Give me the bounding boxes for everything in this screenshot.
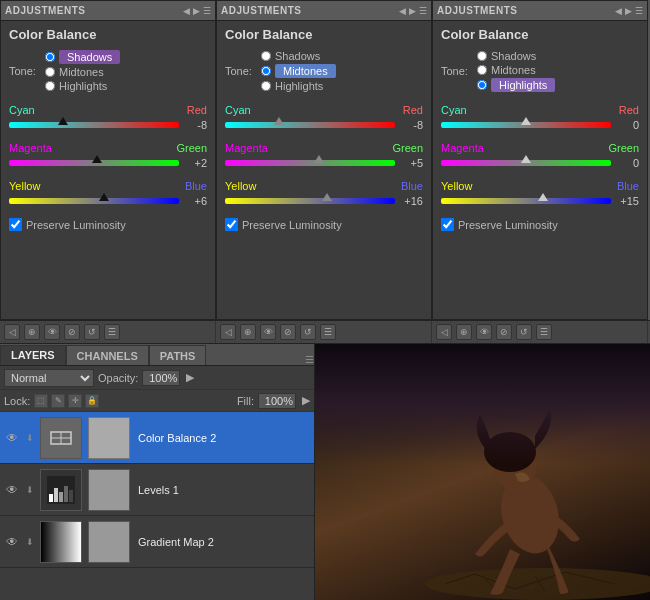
tb-icon-2d[interactable]: ⊘ <box>280 324 296 340</box>
tb-icon-2e[interactable]: ↺ <box>300 324 316 340</box>
layer-row-levels1[interactable]: 👁 ⬇ Levels 1 <box>0 464 314 516</box>
thumb-yb-2[interactable] <box>322 193 332 201</box>
shadows-badge-1: Shadows <box>59 50 120 64</box>
arr-left-3[interactable]: ◀ <box>615 6 622 16</box>
slider-labels-yb-2: Yellow Blue <box>225 180 423 192</box>
lock-all-icon[interactable]: 🔒 <box>85 394 99 408</box>
tone-highlights-3[interactable]: Highlights <box>477 78 555 92</box>
svg-rect-9 <box>69 490 73 502</box>
slider-inner-mg-1[interactable] <box>9 156 179 170</box>
preserve-checkbox-3[interactable] <box>441 218 454 231</box>
lock-px-icon[interactable]: ⬚ <box>34 394 48 408</box>
eye-icon-levels1[interactable]: 👁 <box>4 482 20 498</box>
eye-icon-colorbalance2[interactable]: 👁 <box>4 430 20 446</box>
layer-row-colorbalance2[interactable]: 👁 ⬇ Color Balance 2 <box>0 412 314 464</box>
value-mg-2: +5 <box>399 157 423 169</box>
slider-cyan-red-2: Cyan Red -8 <box>225 104 423 132</box>
slider-inner-yb-3[interactable] <box>441 194 611 208</box>
slider-inner-yb-1[interactable] <box>9 194 179 208</box>
slider-inner-cr-1[interactable] <box>9 118 179 132</box>
thumb-levels1 <box>40 469 82 511</box>
svg-rect-7 <box>59 492 63 502</box>
green-label-1: Green <box>176 142 207 154</box>
midtones-label-3: Midtones <box>491 64 536 76</box>
lock-draw-icon[interactable]: ✎ <box>51 394 65 408</box>
fill-input[interactable] <box>258 393 296 409</box>
thumb-cr-1[interactable] <box>58 117 68 125</box>
tb-icon-1b[interactable]: ⊕ <box>24 324 40 340</box>
panel-menu-icon[interactable]: ☰ <box>305 354 314 365</box>
thumb-yb-1[interactable] <box>99 193 109 201</box>
tb-icon-1f[interactable]: ☰ <box>104 324 120 340</box>
opacity-input[interactable] <box>142 370 180 386</box>
magenta-label-2: Magenta <box>225 142 268 154</box>
thumb-cr-3[interactable] <box>521 117 531 125</box>
thumb-mg-1[interactable] <box>92 155 102 163</box>
tone-shadows-2[interactable]: Shadows <box>261 50 336 62</box>
tone-highlights-1[interactable]: Highlights <box>45 80 120 92</box>
fill-label: Fill: <box>237 395 254 407</box>
tb-icon-1d[interactable]: ⊘ <box>64 324 80 340</box>
slider-inner-cr-2[interactable] <box>225 118 395 132</box>
fill-arrow[interactable]: ▶ <box>302 394 310 407</box>
opacity-arrow[interactable]: ▶ <box>186 371 194 384</box>
tb-icon-1a[interactable]: ◁ <box>4 324 20 340</box>
slider-labels-cr-3: Cyan Red <box>441 104 639 116</box>
adjustment-panels-row: ADJUSTMENTS ◀ ▶ ☰ Color Balance Tone: Sh… <box>0 0 650 320</box>
tone-midtones-3[interactable]: Midtones <box>477 64 555 76</box>
tb-icon-2f[interactable]: ☰ <box>320 324 336 340</box>
tb-icon-3f[interactable]: ☰ <box>536 324 552 340</box>
tone-midtones-2[interactable]: Midtones <box>261 64 336 78</box>
tb-icon-3c[interactable]: 👁 <box>476 324 492 340</box>
tb-icon-3a[interactable]: ◁ <box>436 324 452 340</box>
tone-midtones-1[interactable]: Midtones <box>45 66 120 78</box>
slider-inner-yb-2[interactable] <box>225 194 395 208</box>
arr-left-2[interactable]: ◀ <box>399 6 406 16</box>
thumb-yb-3[interactable] <box>538 193 548 201</box>
blend-mode-select[interactable]: Normal <box>4 369 94 387</box>
tab-channels[interactable]: CHANNELS <box>66 345 149 365</box>
thumb-mg-2[interactable] <box>314 155 324 163</box>
slider-inner-cr-3[interactable] <box>441 118 611 132</box>
svg-rect-5 <box>49 494 53 502</box>
arr-left-1[interactable]: ◀ <box>183 6 190 16</box>
tb-icon-2b[interactable]: ⊕ <box>240 324 256 340</box>
preserve-row-3: Preserve Luminosity <box>441 218 639 231</box>
lock-icons: ⬚ ✎ ✛ 🔒 <box>34 394 99 408</box>
arr-right-1[interactable]: ▶ <box>193 6 200 16</box>
arr-right-3[interactable]: ▶ <box>625 6 632 16</box>
arr-right-2[interactable]: ▶ <box>409 6 416 16</box>
tb-icon-1c[interactable]: 👁 <box>44 324 60 340</box>
eye-icon-gradientmap2[interactable]: 👁 <box>4 534 20 550</box>
magenta-label-3: Magenta <box>441 142 484 154</box>
tb-icon-2c[interactable]: 👁 <box>260 324 276 340</box>
options-row: Normal Opacity: ▶ <box>0 366 314 390</box>
tb-icon-1e[interactable]: ↺ <box>84 324 100 340</box>
adj-header-title-2: ADJUSTMENTS <box>221 5 302 16</box>
adj-body-1: Color Balance Tone: Shadows Midtones Hig… <box>1 21 215 237</box>
tone-shadows-3[interactable]: Shadows <box>477 50 555 62</box>
tb-icon-3d[interactable]: ⊘ <box>496 324 512 340</box>
slider-yellow-blue-3: Yellow Blue +15 <box>441 180 639 208</box>
menu-icon-2[interactable]: ☰ <box>419 6 427 16</box>
yellow-label-3: Yellow <box>441 180 472 192</box>
toolbar-section-2: ◁ ⊕ 👁 ⊘ ↺ ☰ <box>216 321 432 343</box>
tb-icon-3e[interactable]: ↺ <box>516 324 532 340</box>
layer-row-gradientmap2[interactable]: 👁 ⬇ Gradient Map 2 <box>0 516 314 568</box>
thumb-cr-2[interactable] <box>274 117 284 125</box>
tab-paths[interactable]: PATHS <box>149 345 207 365</box>
tab-layers[interactable]: LAYERS <box>0 345 66 365</box>
tb-icon-2a[interactable]: ◁ <box>220 324 236 340</box>
thumb-mg-3[interactable] <box>521 155 531 163</box>
preserve-checkbox-1[interactable] <box>9 218 22 231</box>
menu-icon-3[interactable]: ☰ <box>635 6 643 16</box>
tone-highlights-2[interactable]: Highlights <box>261 80 336 92</box>
lock-move-icon[interactable]: ✛ <box>68 394 82 408</box>
photo-area <box>315 344 650 600</box>
preserve-checkbox-2[interactable] <box>225 218 238 231</box>
slider-inner-mg-3[interactable] <box>441 156 611 170</box>
menu-icon-1[interactable]: ☰ <box>203 6 211 16</box>
tone-shadows-1[interactable]: Shadows <box>45 50 120 64</box>
slider-inner-mg-2[interactable] <box>225 156 395 170</box>
tb-icon-3b[interactable]: ⊕ <box>456 324 472 340</box>
